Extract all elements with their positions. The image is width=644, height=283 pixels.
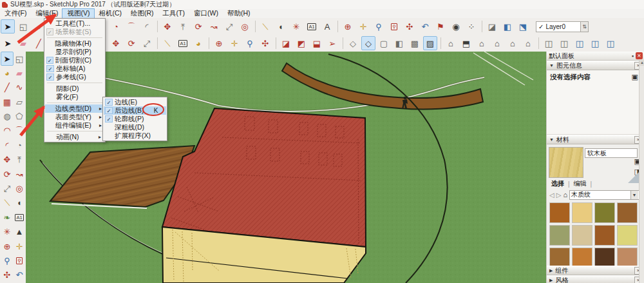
tool-zoom-window[interactable]: ⚲ bbox=[13, 253, 26, 268]
menu-item-depth-cue[interactable]: ✓ 深粗线(D) ▸ bbox=[104, 123, 166, 132]
tool-section-style-5[interactable]: ◫ bbox=[603, 36, 618, 50]
tool-push-pull[interactable]: ⤒ bbox=[13, 153, 26, 167]
menu-item-toolbars[interactable]: ✓ 工具栏(T)... ▸ bbox=[45, 19, 104, 28]
tool-three-point-arc[interactable]: ◜ bbox=[1, 138, 14, 152]
tool-eraser[interactable]: ▰ bbox=[13, 66, 26, 80]
menu[interactable]: 文件(F) bbox=[0, 9, 31, 18]
tool-protractor[interactable]: ◖ bbox=[13, 196, 26, 210]
material-preview[interactable] bbox=[549, 147, 583, 178]
material-swatch-wood-1[interactable] bbox=[549, 202, 570, 223]
tool-scale[interactable]: ⤢ bbox=[140, 36, 154, 50]
material-swatch-wood-8[interactable] bbox=[617, 225, 638, 246]
category-dropdown[interactable]: 木质纹 ▼ bbox=[569, 190, 639, 200]
menu-item-shadows[interactable]: ✓ 阴影(D) ▸ bbox=[45, 84, 104, 93]
tool-orbit[interactable]: ⊕ bbox=[341, 19, 355, 34]
tool-hidden-line[interactable]: ▢ bbox=[377, 36, 391, 50]
tool-wireframe[interactable]: ◇ bbox=[361, 36, 375, 50]
tool-section-display[interactable]: ⬔ bbox=[516, 19, 530, 34]
tool-orbit[interactable]: ⊕ bbox=[212, 36, 226, 50]
tool-follow-me[interactable]: ↝ bbox=[207, 19, 221, 34]
tool-position-camera[interactable]: ⚑ bbox=[433, 19, 448, 34]
menu-item-axes[interactable]: ✓ 坐标轴(A) ▸ bbox=[45, 64, 104, 73]
tool-select[interactable]: ➤ bbox=[1, 19, 15, 34]
tool-section-style-3[interactable]: ◫ bbox=[573, 36, 587, 50]
tool-orbit[interactable]: ⊕ bbox=[1, 239, 14, 253]
tool-zoom-window[interactable]: ⚲ bbox=[387, 19, 401, 34]
menu-item-edge-style[interactable]: ✓ 边线类型(D) ▸ bbox=[45, 104, 104, 113]
menu[interactable]: 相机(C) bbox=[94, 9, 126, 18]
menu-item-extension[interactable]: ✓ 扩展程序(X) ▸ bbox=[104, 132, 166, 140]
tool-shaded[interactable]: ◧ bbox=[392, 36, 406, 50]
material-swatch-wood-2[interactable] bbox=[572, 202, 592, 223]
tool-section-plane[interactable]: ◪ bbox=[485, 19, 499, 34]
tool-3d-text[interactable]: ▲ bbox=[13, 225, 26, 239]
tool-zoom[interactable]: ⚲ bbox=[372, 19, 386, 34]
tool-two-point-arc[interactable]: ⌒ bbox=[13, 124, 26, 138]
layer-dropdown[interactable]: ✓ Layer0 bbox=[536, 21, 581, 32]
tool-pan[interactable]: ✛ bbox=[227, 36, 242, 50]
menu-item-guides[interactable]: ✓ 参考线(G) ▸ bbox=[45, 73, 104, 81]
tool-polygon[interactable]: ⬠ bbox=[13, 110, 26, 124]
tool-monochrome[interactable]: ▨ bbox=[423, 36, 437, 50]
tool-zoom[interactable]: ⚲ bbox=[1, 253, 14, 268]
tool-circle[interactable]: ◍ bbox=[1, 110, 14, 124]
styles-header[interactable]: ▶ 风格 ✕ bbox=[547, 275, 644, 283]
tool-pie[interactable]: ◔ bbox=[109, 19, 123, 34]
tool-dimension[interactable]: A1 bbox=[305, 19, 319, 34]
menu[interactable]: 绘图(R) bbox=[126, 9, 158, 18]
tool-dimension[interactable]: A1 bbox=[13, 210, 26, 224]
tool-zoom-extents[interactable]: ✣ bbox=[402, 19, 417, 34]
tool-right-view[interactable]: ⌂ bbox=[490, 36, 504, 50]
menu-item-animation[interactable]: ✓ 动画(N) ▸ bbox=[45, 133, 104, 141]
tool-dimension[interactable]: A1 bbox=[176, 36, 190, 50]
menu-item-face-style[interactable]: ✓ 表面类型(Y) ▸ bbox=[45, 113, 104, 121]
tool-section-fill[interactable]: ◩ bbox=[294, 36, 308, 50]
tool-follow-me[interactable]: ↝ bbox=[13, 167, 26, 181]
material-swatch-wood-5[interactable] bbox=[549, 225, 570, 246]
tab-select[interactable]: 选择 bbox=[550, 179, 565, 188]
entity-info-header[interactable]: ▼ 图元信息 ✕ bbox=[547, 61, 644, 70]
materials-header[interactable]: ▼ 材料 ✕ bbox=[547, 135, 644, 144]
tool-axes[interactable]: ✳ bbox=[289, 19, 303, 34]
tool-tape-measure[interactable]: ⟍ bbox=[1, 196, 14, 210]
tool-position-pin[interactable]: ➢ bbox=[325, 36, 339, 50]
tool-previous[interactable]: ↶ bbox=[418, 19, 432, 34]
tool-zoom-extents[interactable]: ✣ bbox=[258, 36, 272, 50]
tool-section-display[interactable]: ⬓ bbox=[310, 36, 324, 50]
tool-protractor[interactable]: ◖ bbox=[274, 19, 288, 34]
tool-rotate[interactable]: ⟳ bbox=[124, 36, 138, 50]
tool-pan[interactable]: ✛ bbox=[13, 239, 26, 253]
tool-top-view[interactable]: ⬒ bbox=[459, 36, 473, 50]
components-header[interactable]: ▶ 组件 ✕ bbox=[547, 266, 644, 275]
tool-textured[interactable]: ▩ bbox=[408, 36, 422, 50]
tool-scale[interactable]: ⤢ bbox=[1, 182, 14, 196]
tool-paint-leaf[interactable]: ❧ bbox=[1, 210, 14, 224]
tool-line[interactable]: ╱ bbox=[1, 81, 14, 95]
menu-item-scene-tabs[interactable]: ✓ 场景标签(S) ▸ bbox=[45, 28, 104, 36]
menu-item-edges[interactable]: ✓ 边线(E) ▸ bbox=[104, 98, 166, 106]
material-swatch-wood-3[interactable] bbox=[594, 202, 615, 223]
tool-select[interactable]: ➤ bbox=[1, 36, 15, 50]
tool-make-component[interactable]: ◱ bbox=[16, 19, 30, 34]
tool-section-style-1[interactable]: ◫ bbox=[542, 36, 556, 50]
tool-pan[interactable]: ✛ bbox=[356, 19, 370, 34]
menu[interactable]: 工具(T) bbox=[158, 9, 189, 18]
material-name-field[interactable]: 软木板 bbox=[585, 148, 638, 158]
tool-walk[interactable]: ⁘ bbox=[464, 19, 478, 34]
tool-paint-bucket[interactable]: ◕ bbox=[191, 36, 205, 50]
tab-edit[interactable]: 编辑 bbox=[573, 179, 588, 188]
tool-tape-measure[interactable]: ⟍ bbox=[160, 36, 175, 50]
tool-back-view[interactable]: ⌂ bbox=[521, 36, 535, 50]
tool-tape-measure[interactable]: ⟍ bbox=[258, 19, 272, 34]
pin-icon[interactable]: ▪ bbox=[632, 53, 634, 59]
tool-look-around[interactable]: ◉ bbox=[449, 19, 463, 34]
menu[interactable]: 视图(V) bbox=[62, 9, 94, 18]
tool-move[interactable]: ✥ bbox=[160, 19, 175, 34]
tool-move[interactable]: ✥ bbox=[109, 36, 123, 50]
tool-section-style-2[interactable]: ◫ bbox=[557, 36, 571, 50]
tool-push-pull[interactable]: ⤒ bbox=[176, 19, 190, 34]
menu-item-component-edit[interactable]: ✓ 组件编辑(E) ▸ bbox=[45, 121, 104, 130]
tool-axes[interactable]: ✳ bbox=[1, 225, 14, 239]
scroll-up-icon[interactable]: ▲ bbox=[639, 60, 644, 66]
panel-scrollbar[interactable]: ▲ bbox=[639, 60, 644, 283]
